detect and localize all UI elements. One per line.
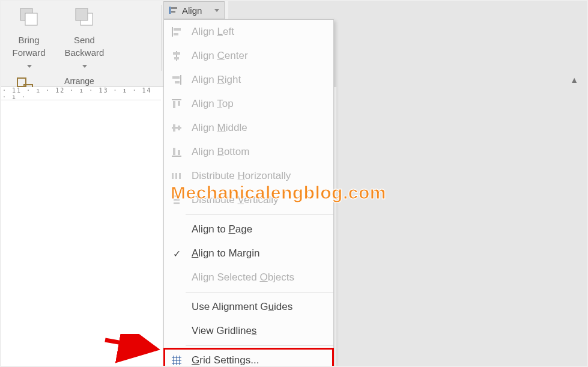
menu-use-guides[interactable]: Use Alignment Guides — [164, 295, 333, 319]
menu-distribute-h-label: Distribute Horizontally — [192, 170, 327, 182]
align-bottom-icon — [170, 147, 183, 157]
menu-align-selected-label: Align Selected Objects — [192, 271, 327, 284]
menu-align-selected[interactable]: Align Selected Objects — [164, 265, 333, 290]
bring-forward-label: BringForward — [6, 34, 52, 59]
menu-align-bottom-label: Align Bottom — [192, 146, 327, 158]
menu-align-to-margin[interactable]: ✓ Align to Margin — [164, 241, 333, 265]
svg-rect-17 — [175, 81, 180, 83]
svg-rect-22 — [173, 124, 175, 132]
menu-separator — [186, 214, 333, 215]
svg-rect-25 — [173, 148, 175, 155]
menu-distribute-h[interactable]: Distribute Horizontally — [164, 164, 333, 188]
menu-separator — [186, 292, 333, 293]
svg-rect-10 — [174, 28, 181, 31]
menu-align-left[interactable]: Align Left — [164, 20, 333, 44]
menu-view-gridlines[interactable]: View Gridlines — [164, 319, 333, 343]
svg-rect-27 — [172, 173, 174, 179]
send-backward-label: SendBackward — [61, 34, 107, 59]
workspace-gray — [336, 87, 587, 366]
caret-down-icon — [82, 65, 87, 68]
svg-rect-7 — [171, 7, 177, 9]
align-icon — [169, 5, 178, 15]
menu-align-center-label: Align Center — [192, 50, 327, 62]
menu-align-center[interactable]: Align Center — [164, 44, 333, 68]
menu-distribute-v-label: Distribute Vertically — [192, 194, 327, 206]
svg-rect-28 — [175, 173, 177, 179]
align-left-icon — [170, 26, 183, 37]
svg-rect-11 — [174, 33, 178, 35]
checkmark-icon: ✓ — [170, 248, 183, 259]
menu-align-left-label: Align Left — [192, 26, 327, 38]
svg-rect-1 — [25, 13, 37, 25]
grid-icon — [170, 355, 183, 366]
menu-align-to-page-label: Align to Page — [192, 223, 327, 235]
align-menu: Align Left Align Center Align Right Alig… — [163, 19, 334, 367]
menu-align-middle[interactable]: Align Middle — [164, 116, 333, 140]
distribute-h-icon — [170, 171, 183, 181]
svg-rect-13 — [173, 52, 180, 55]
menu-use-guides-label: Use Alignment Guides — [192, 301, 327, 313]
ribbon-divider — [161, 5, 162, 71]
caret-down-icon — [214, 9, 219, 12]
svg-rect-30 — [174, 195, 180, 197]
align-center-icon — [170, 50, 183, 61]
ruler: · 11 · ı · 12 · ı · 13 · ı · 14 · ı · — [0, 87, 161, 100]
align-top-icon — [170, 99, 183, 109]
menu-align-bottom[interactable]: Align Bottom — [164, 140, 333, 164]
document-area — [0, 100, 161, 367]
bring-forward-icon — [6, 2, 52, 31]
menu-align-middle-label: Align Middle — [192, 122, 327, 134]
distribute-v-icon — [170, 195, 183, 205]
menu-distribute-v[interactable]: Distribute Vertically — [164, 188, 333, 212]
menu-align-to-margin-label: Align to Margin — [192, 247, 327, 259]
svg-rect-20 — [178, 101, 180, 106]
menu-grid-settings[interactable]: Grid Settings... — [164, 348, 333, 367]
menu-align-top[interactable]: Align Top — [164, 92, 333, 116]
svg-rect-29 — [179, 173, 181, 179]
collapse-ribbon-icon[interactable]: ▲ — [570, 75, 578, 85]
svg-rect-32 — [174, 202, 180, 204]
send-backward-button[interactable]: SendBackward — [58, 0, 111, 71]
send-backward-icon — [61, 2, 107, 31]
svg-rect-8 — [171, 11, 175, 13]
svg-rect-14 — [174, 57, 179, 59]
align-middle-icon — [170, 123, 183, 133]
arrange-group: BringForward SendBackward SelectionPane … — [0, 0, 159, 87]
svg-rect-23 — [178, 126, 180, 130]
menu-view-gridlines-label: View Gridlines — [192, 325, 327, 337]
menu-align-to-page[interactable]: Align to Page — [164, 217, 333, 241]
align-dropdown-button[interactable]: Align — [163, 1, 225, 19]
align-right-icon — [170, 74, 183, 85]
svg-rect-31 — [174, 199, 180, 201]
align-button-label: Align — [182, 5, 202, 16]
svg-rect-26 — [178, 150, 180, 155]
menu-align-top-label: Align Top — [192, 98, 327, 110]
arrange-group-label: Arrange — [0, 76, 159, 86]
menu-grid-settings-label: Grid Settings... — [192, 354, 327, 366]
caret-down-icon — [27, 65, 32, 68]
svg-rect-3 — [76, 8, 88, 20]
menu-align-right-label: Align Right — [192, 74, 327, 86]
menu-align-right[interactable]: Align Right — [164, 68, 333, 92]
svg-rect-16 — [172, 76, 180, 79]
svg-rect-19 — [173, 101, 175, 108]
menu-separator — [186, 345, 333, 346]
bring-forward-button[interactable]: BringForward — [2, 0, 55, 71]
